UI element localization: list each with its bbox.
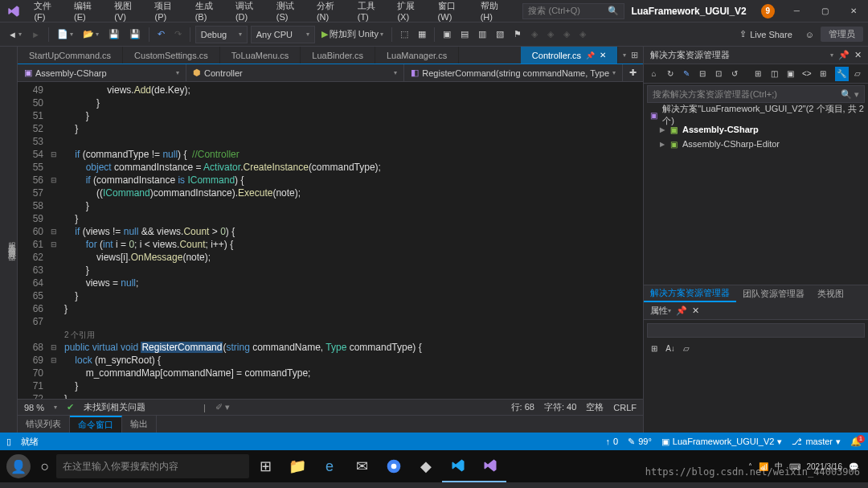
insert-mode[interactable]: 空格	[586, 401, 604, 413]
home-icon[interactable]: ⌂	[647, 67, 661, 81]
pin-icon[interactable]: 📌	[838, 50, 850, 60]
chrome-icon[interactable]	[378, 450, 410, 482]
quick-search-input[interactable]: 搜索 (Ctrl+Q) 🔍	[522, 3, 624, 19]
menu-project[interactable]: 项目(P)	[148, 0, 188, 22]
menu-tools[interactable]: 工具(T)	[351, 0, 391, 22]
eol-mode[interactable]: CRLF	[613, 403, 637, 412]
status-solution[interactable]: ▣ LuaFramework_UGUI_V2 ▾	[661, 437, 783, 447]
view-icon[interactable]: ◫	[768, 67, 781, 81]
solution-tree[interactable]: ▣ 解决方案"LuaFramework_UGUI_V2"(2 个项目, 共 2 …	[644, 105, 868, 285]
mail-icon[interactable]: ✉	[346, 450, 378, 482]
collapse-all-icon[interactable]: ⊟	[696, 67, 710, 81]
refresh-icon[interactable]: ↺	[728, 67, 742, 81]
forward-button[interactable]: ►	[28, 26, 43, 43]
prop-page-icon[interactable]: ▱	[679, 341, 694, 355]
config-dropdown[interactable]: Debug▾	[195, 26, 248, 43]
unknown-app-icon[interactable]: ◆	[410, 450, 442, 482]
minimize-button[interactable]: ─	[783, 0, 811, 22]
pin-icon[interactable]: 📌	[586, 51, 595, 59]
prop-sort-icon[interactable]: A↓	[663, 341, 678, 355]
undo-button[interactable]: ↶	[154, 26, 168, 43]
menu-edit[interactable]: 编辑(E)	[68, 0, 108, 22]
status-temp[interactable]: ✎ 99°	[628, 437, 652, 447]
toolbar-icon-6[interactable]: ▧	[493, 26, 507, 43]
toolbar-icon-8[interactable]: ◈	[544, 26, 557, 43]
menu-analyze[interactable]: 分析(N)	[310, 0, 351, 22]
code-editor[interactable]: 4950515253545556575859606162636465666768…	[18, 82, 643, 399]
nav-member[interactable]: ◧RegisterCommand(string commandName, Typ…	[404, 64, 623, 81]
tray-wifi-icon[interactable]: 📶	[759, 462, 768, 471]
run-button[interactable]: ▶ 附加到 Unity ▾	[318, 26, 387, 43]
cortana-icon[interactable]: ○	[34, 450, 56, 482]
tab-toluamenu[interactable]: ToLuaMenu.cs	[220, 47, 301, 64]
tree-solution-root[interactable]: ▣ 解决方案"LuaFramework_UGUI_V2"(2 个项目, 共 2 …	[644, 108, 868, 122]
visual-studio-icon[interactable]	[474, 450, 506, 482]
toolbar-icon-3[interactable]: ▣	[440, 26, 454, 43]
rtab-solution[interactable]: 解决方案资源管理器	[644, 285, 736, 302]
feedback-icon[interactable]: ☺	[802, 26, 817, 43]
zoom-level[interactable]: 98 %	[24, 403, 44, 412]
issues-text[interactable]: 未找到相关问题	[84, 401, 145, 413]
nav-project[interactable]: ▣Assembly-CSharp▾	[18, 64, 186, 81]
back-button[interactable]: ◄ ▾	[5, 26, 25, 43]
maximize-button[interactable]: ▢	[811, 0, 839, 22]
close-icon[interactable]: ✕	[600, 51, 606, 59]
status-notif-icon[interactable]: 🔔1	[850, 437, 862, 447]
prop-cat-icon[interactable]: ⊞	[647, 341, 661, 355]
menu-view[interactable]: 视图(V)	[108, 0, 148, 22]
taskbar-search-input[interactable]: 在这里输入你要搜索的内容	[56, 454, 249, 478]
show-all-icon[interactable]: ⊡	[712, 67, 726, 81]
wrench-icon[interactable]: 🔧	[835, 67, 849, 81]
tree-icon[interactable]: ⊞	[816, 67, 829, 81]
tab-output[interactable]: 输出	[122, 416, 157, 433]
bookmark-icon[interactable]: ⚑	[510, 26, 525, 43]
toolbar-icon-2[interactable]: ▦	[415, 26, 429, 43]
tray-up-icon[interactable]: ˄	[748, 462, 752, 471]
rtab-classview[interactable]: 类视图	[811, 285, 850, 302]
toolbar-icon-1[interactable]: ⬚	[397, 26, 411, 43]
rtab-team[interactable]: 团队资源管理器	[736, 285, 811, 302]
status-upload[interactable]: ↑ 0	[606, 437, 619, 446]
menu-build[interactable]: 生成(B)	[189, 0, 229, 22]
panel-close-icon[interactable]: ✕	[854, 50, 862, 60]
prop-close-icon[interactable]: ✕	[692, 306, 699, 316]
tray-time[interactable]: 2021/3/16	[807, 462, 843, 471]
task-view-icon[interactable]: ⊞	[249, 450, 281, 482]
save-all-button[interactable]: 💾	[126, 26, 144, 43]
new-button[interactable]: 📄▾	[54, 26, 76, 43]
live-share-button[interactable]: ⇪ Live Share	[733, 29, 799, 39]
menu-file[interactable]: 文件(F)	[27, 0, 68, 22]
open-button[interactable]: 📂▾	[80, 26, 102, 43]
panel-menu-icon[interactable]: ▾	[830, 51, 833, 59]
nav-split-icon[interactable]: ✚	[623, 64, 643, 81]
toolbar-icon-5[interactable]: ▥	[475, 26, 489, 43]
vscode-icon[interactable]	[442, 450, 474, 482]
tray-notif-icon[interactable]: 💬	[849, 462, 858, 471]
tab-luabinder[interactable]: LuaBinder.cs	[301, 47, 375, 64]
solution-search-input[interactable]: 搜索解决方案资源管理器(Ctrl+;) 🔍 ▾	[647, 85, 865, 103]
menu-extensions[interactable]: 扩展(X)	[391, 0, 431, 22]
tray-ime-icon[interactable]: ⌨	[789, 462, 800, 471]
menu-debug[interactable]: 调试(D)	[229, 0, 270, 22]
save-button[interactable]: 💾	[105, 26, 123, 43]
menu-help[interactable]: 帮助(H)	[474, 0, 515, 22]
brush-icon[interactable]: ✎	[679, 67, 693, 81]
filter-icon[interactable]: ▱	[851, 67, 865, 81]
tab-error-list[interactable]: 错误列表	[18, 416, 70, 433]
tab-startup[interactable]: StartUpCommand.cs	[18, 47, 123, 64]
solution-explorer-toggle-icon[interactable]: ⊞	[631, 50, 638, 60]
notifications-badge[interactable]: 9	[761, 4, 775, 18]
menu-window[interactable]: 窗口(W)	[432, 0, 474, 22]
tab-controller[interactable]: Controller.cs 📌 ✕	[521, 47, 618, 64]
toolbar-icon-9[interactable]: ◈	[560, 26, 573, 43]
edge-icon[interactable]: e	[313, 450, 346, 482]
toolbar-icon-10[interactable]: ◈	[576, 26, 589, 43]
redo-button[interactable]: ↷	[171, 26, 185, 43]
fold-gutter[interactable]: ⊟⊟⊟⊟⊟⊟⊟⊟⊟⊟⊟	[48, 82, 59, 399]
tree-project-2[interactable]: ▶▣ Assembly-CSharp-Editor	[644, 137, 868, 151]
platform-dropdown[interactable]: Any CPU▾	[251, 26, 315, 43]
toolbar-icon-4[interactable]: ▤	[457, 26, 472, 43]
explorer-icon[interactable]: 📁	[281, 450, 313, 482]
properties-icon[interactable]: ⊞	[751, 67, 765, 81]
tab-customsettings[interactable]: CustomSettings.cs	[123, 47, 220, 64]
